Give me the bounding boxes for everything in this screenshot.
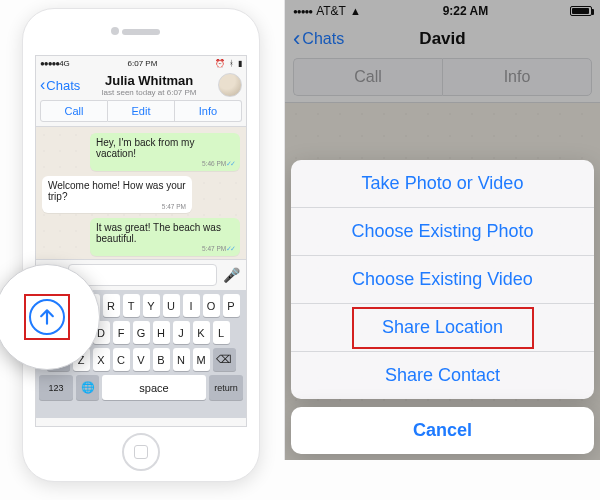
key-c[interactable]: C [113, 348, 130, 371]
key-numbers[interactable]: 123 [39, 375, 73, 400]
message-incoming[interactable]: Welcome home! How was your trip? 5:47 PM [42, 176, 192, 213]
sheet-choose-existing-video[interactable]: Choose Existing Video [291, 255, 594, 303]
key-j[interactable]: J [173, 321, 190, 344]
key-globe[interactable]: 🌐 [76, 375, 99, 400]
key-i[interactable]: I [183, 294, 200, 317]
key-t[interactable]: T [123, 294, 140, 317]
key-return[interactable]: return [209, 375, 243, 400]
phone-screen: ●●●●● 4G 6:07 PM ⏰ ᚼ ▮ ‹ Chats Julia Whi… [35, 55, 247, 427]
tab-call[interactable]: Call [40, 100, 108, 122]
sheet-take-photo-or-video[interactable]: Take Photo or Video [291, 160, 594, 207]
iphone-device-frame: ●●●●● 4G 6:07 PM ⏰ ᚼ ▮ ‹ Chats Julia Whi… [22, 8, 260, 482]
key-b[interactable]: B [153, 348, 170, 371]
message-input[interactable] [68, 264, 217, 286]
key-m[interactable]: M [193, 348, 210, 371]
key-backspace[interactable]: ⌫ [213, 348, 236, 371]
key-k[interactable]: K [193, 321, 210, 344]
key-x[interactable]: X [93, 348, 110, 371]
key-g[interactable]: G [133, 321, 150, 344]
message-text: Welcome home! How was your trip? [48, 180, 186, 202]
header-tabs: Call Edit Info [40, 100, 242, 122]
message-text: Hey, I'm back from my vacation! [96, 137, 194, 159]
key-v[interactable]: V [133, 348, 150, 371]
battery-icon: ▮ [238, 59, 242, 68]
message-time: 5:47 PM [96, 245, 234, 253]
home-button[interactable] [122, 433, 160, 471]
attach-button-enlarged [29, 299, 65, 335]
back-label: Chats [46, 78, 80, 93]
tab-edit[interactable]: Edit [108, 100, 175, 122]
key-y[interactable]: Y [143, 294, 160, 317]
chat-area[interactable]: Hey, I'm back from my vacation! 5:46 PM … [36, 127, 246, 259]
arrow-up-icon [37, 307, 57, 327]
key-u[interactable]: U [163, 294, 180, 317]
chat-header: ‹ Chats Julia Whitman last seen today at… [36, 71, 246, 127]
message-outgoing[interactable]: It was great! The beach was beautiful. 5… [90, 218, 240, 256]
sheet-choose-existing-photo[interactable]: Choose Existing Photo [291, 207, 594, 255]
sheet-cancel-button[interactable]: Cancel [291, 407, 594, 454]
message-text: It was great! The beach was beautiful. [96, 222, 221, 244]
status-time: 6:07 PM [70, 59, 215, 68]
bluetooth-icon: ᚼ [229, 59, 234, 68]
back-button[interactable]: ‹ Chats [40, 77, 80, 93]
alarm-icon: ⏰ [215, 59, 225, 68]
message-time: 5:46 PM [96, 160, 234, 168]
action-sheet: Take Photo or Video Choose Existing Phot… [291, 160, 594, 454]
sheet-share-contact[interactable]: Share Contact [291, 351, 594, 399]
key-o[interactable]: O [203, 294, 220, 317]
tab-info[interactable]: Info [175, 100, 242, 122]
carrier-label: 4G [59, 59, 70, 68]
contact-name: Julia Whitman [102, 73, 197, 88]
status-bar: ●●●●● 4G 6:07 PM ⏰ ᚼ ▮ [36, 56, 246, 71]
sheet-share-location[interactable]: Share Location [291, 303, 594, 351]
highlight-box [24, 294, 70, 340]
last-seen-label: last seen today at 6:07 PM [102, 88, 197, 97]
chevron-left-icon: ‹ [40, 77, 45, 93]
key-n[interactable]: N [173, 348, 190, 371]
avatar[interactable] [218, 73, 242, 97]
key-f[interactable]: F [113, 321, 130, 344]
message-outgoing[interactable]: Hey, I'm back from my vacation! 5:46 PM [90, 133, 240, 171]
microphone-icon[interactable]: 🎤 [223, 267, 240, 283]
signal-dots-icon: ●●●●● [40, 59, 59, 68]
second-phone-screen: ●●●●● AT&T ▲ 9:22 AM ‹ Chats David Call … [284, 0, 600, 460]
key-p[interactable]: P [223, 294, 240, 317]
key-l[interactable]: L [213, 321, 230, 344]
key-space[interactable]: space [102, 375, 206, 400]
key-h[interactable]: H [153, 321, 170, 344]
message-time: 5:47 PM [48, 203, 186, 210]
key-r[interactable]: R [103, 294, 120, 317]
